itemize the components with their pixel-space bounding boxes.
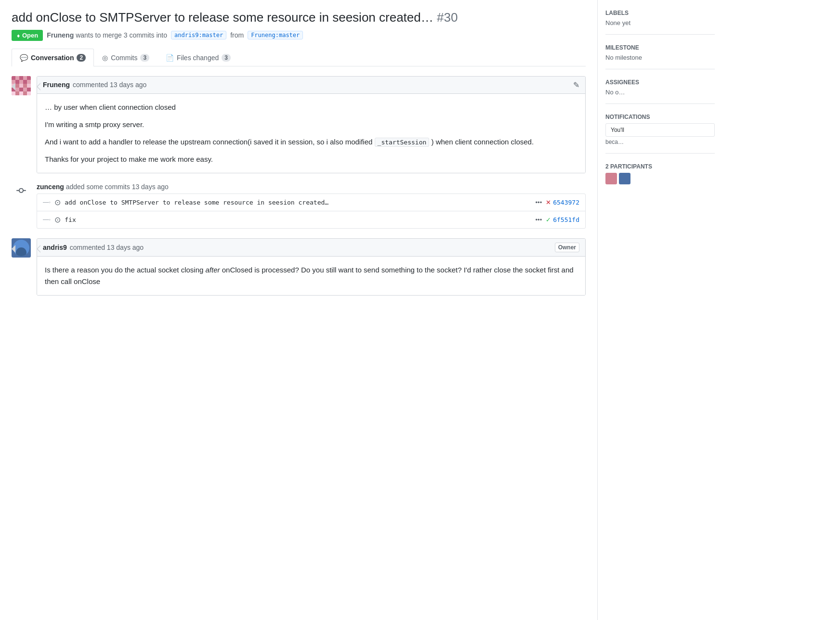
timeline-icon (12, 181, 31, 200)
comment-line-1: … by user when client connection closed (45, 102, 578, 113)
commit-more-1[interactable]: ••• (536, 199, 542, 206)
source-branch[interactable]: Fruneng:master (248, 31, 303, 39)
sidebar-notifications: Notifications You'll beca… (605, 114, 715, 154)
tab-files-changed[interactable]: 📄 Files changed 3 (158, 49, 239, 66)
comment-time-andris9: commented 13 days ago (70, 244, 144, 251)
code-startSession: _startSession (375, 138, 430, 147)
pr-icon: ⬧ (16, 32, 20, 39)
sidebar-assignees-value: No o… (605, 89, 715, 96)
pr-meta: ⬧ Open Fruneng wants to merge 3 commits … (12, 30, 586, 41)
tab-conversation[interactable]: 💬 Conversation 2 (12, 49, 94, 66)
commit-more-2[interactable]: ••• (536, 216, 542, 223)
sidebar: Labels None yet Milestone No milestone A… (597, 0, 722, 620)
target-branch[interactable]: andris9:master (171, 31, 226, 39)
sidebar-milestone-title: Milestone (605, 44, 715, 51)
tab-commits-count: 3 (140, 54, 149, 62)
commit-row-1: —◦ ⊙ add onClose to SMTPServer to releas… (37, 194, 585, 211)
commit-status-2: ✓ 6f551fd (546, 216, 579, 223)
commit-sha-2[interactable]: 6f551fd (553, 216, 579, 223)
sidebar-milestone-value: No milestone (605, 54, 715, 61)
x-icon: ✕ (546, 199, 551, 206)
pr-author: Fruneng wants to merge 3 commits into (47, 31, 167, 39)
comment-andris9: andris9 commented 13 days ago Owner Is t… (12, 238, 586, 296)
tab-commits-label: Commits (111, 54, 137, 62)
tab-conversation-label: Conversation (31, 54, 74, 62)
timeline-action: added some commits (66, 183, 130, 191)
pr-status-badge: ⬧ Open (12, 30, 43, 41)
comment-header-andris9: andris9 commented 13 days ago Owner (37, 239, 585, 257)
timeline-content: zunceng added some commits 13 days ago —… (37, 181, 586, 231)
comment-time-fruneng: commented 13 days ago (73, 81, 146, 89)
commit-message-2: fix (65, 216, 531, 223)
notification-detail: beca… (605, 139, 715, 145)
participant-avatar-2[interactable] (619, 173, 630, 184)
sidebar-participants-title: 2 participants (605, 163, 715, 170)
notification-detail-text: beca… (605, 139, 624, 145)
comment-line-3: And i want to add a handler to release t… (45, 136, 578, 148)
files-changed-icon: 📄 (166, 54, 174, 62)
pr-status-text: Open (22, 32, 38, 39)
comment-fruneng: Fruneng commented 13 days ago ✎ … by use… (12, 76, 586, 173)
timeline-header: zunceng added some commits 13 days ago (37, 183, 586, 191)
comment-arrow-inner (38, 83, 41, 90)
git-commit-icon (16, 186, 26, 195)
commit-sha-1[interactable]: 6543972 (553, 199, 579, 206)
pr-number: #30 (437, 10, 458, 25)
comment-line-2: I'm writing a smtp proxy server. (45, 119, 578, 130)
comment-body-fruneng: … by user when client connection closed … (37, 94, 585, 173)
check-icon: ✓ (546, 216, 551, 223)
comment-line-4: Thanks for your project to make me work … (45, 154, 578, 165)
tab-files-label: Files changed (177, 54, 219, 62)
sidebar-labels-value: None yet (605, 19, 715, 26)
commit-github-icon-1: ⊙ (54, 198, 61, 207)
comment2-arrow-inner (38, 245, 41, 253)
tab-commits[interactable]: ◎ Commits 3 (94, 49, 158, 66)
tabs: 💬 Conversation 2 ◎ Commits 3 📄 Files cha… (12, 49, 586, 66)
tab-conversation-count: 2 (77, 54, 86, 62)
notification-toggle[interactable]: You'll (605, 123, 715, 137)
commits-icon: ◎ (102, 54, 108, 62)
participant-avatar-1[interactable] (605, 173, 617, 184)
tab-files-count: 3 (222, 54, 231, 62)
timeline-time: 13 days ago (132, 183, 169, 191)
commit-dot-1: —◦ (43, 199, 51, 206)
timeline-commits: zunceng added some commits 13 days ago —… (12, 181, 586, 231)
comment-author-andris9[interactable]: andris9 (43, 244, 67, 251)
comment-header-fruneng: Fruneng commented 13 days ago ✎ (37, 77, 585, 94)
commit-status-1: ✕ 6543972 (546, 199, 579, 206)
notification-label: You'll (611, 127, 624, 133)
conversation-icon: 💬 (20, 54, 28, 62)
sidebar-assignees: Assignees No o… (605, 79, 715, 104)
sidebar-milestone: Milestone No milestone (605, 44, 715, 69)
participants-row (605, 173, 715, 184)
timeline-actor[interactable]: zunceng (37, 183, 64, 191)
pencil-icon[interactable]: ✎ (573, 80, 579, 90)
commit-message-1: add onClose to SMTPServer to release som… (65, 199, 531, 206)
comment-andris9-text: Is there a reason you do the actual sock… (45, 264, 578, 287)
commit-list: —◦ ⊙ add onClose to SMTPServer to releas… (37, 194, 586, 229)
commit-github-icon-2: ⊙ (54, 215, 61, 224)
sidebar-assignees-title: Assignees (605, 79, 715, 86)
comment-container-andris9: andris9 commented 13 days ago Owner Is t… (37, 238, 586, 296)
sidebar-labels-title: Labels (605, 10, 715, 16)
comment-author-fruneng[interactable]: Fruneng (43, 81, 70, 89)
pr-title: add onClose to SMTPServer to release som… (12, 10, 586, 26)
commit-row-2: —◦ ⊙ fix ••• ✓ 6f551fd (37, 211, 585, 228)
sidebar-labels: Labels None yet (605, 10, 715, 35)
pr-title-text: add onClose to SMTPServer to release som… (12, 10, 433, 25)
owner-badge: Owner (555, 243, 579, 252)
comment-body-andris9: Is there a reason you do the actual sock… (37, 257, 585, 295)
comment-container-fruneng: Fruneng commented 13 days ago ✎ … by use… (37, 76, 586, 173)
sidebar-notifications-title: Notifications (605, 114, 715, 120)
commit-dot-2: —◦ (43, 216, 51, 223)
sidebar-participants: 2 participants (605, 163, 715, 192)
